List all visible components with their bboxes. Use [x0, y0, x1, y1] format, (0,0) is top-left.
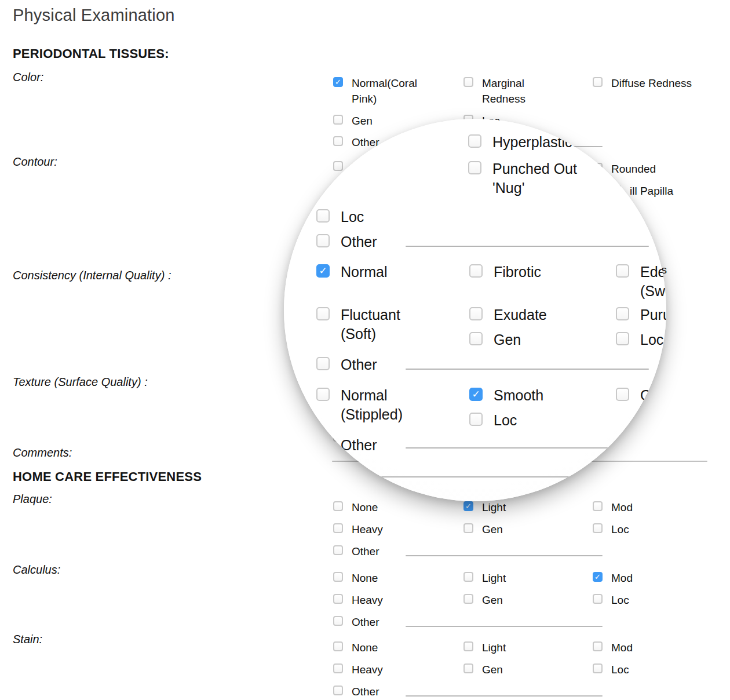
lens-checkbox-consistency-edematous[interactable] [616, 264, 629, 278]
checkbox-calculus-gen[interactable] [463, 594, 473, 604]
lens-consistency-option-exudate: Exudate [469, 305, 547, 325]
lens-comments-input[interactable] [330, 476, 591, 477]
lens-consistency-normal-label[interactable]: Normal [341, 262, 388, 282]
lens-texture-other-label[interactable]: Other [341, 436, 377, 455]
contour-rounded-label[interactable]: Rounded [611, 161, 656, 177]
checkbox-color-gen[interactable] [333, 115, 343, 125]
lens-checkbox-contour-hyperplastic[interactable] [468, 134, 481, 148]
lens-checkbox-consistency-other[interactable] [316, 357, 330, 370]
plaque-mod-label[interactable]: Mod [611, 500, 633, 515]
lens-checkbox-consistency-fibrotic[interactable] [469, 264, 483, 278]
checkbox-plaque-loc[interactable] [593, 523, 603, 533]
calculus-none-label[interactable]: None [352, 570, 378, 586]
stain-gen-label[interactable]: Gen [482, 662, 503, 677]
checkbox-stain-light[interactable] [463, 641, 473, 651]
stain-other-label[interactable]: Other [352, 684, 379, 699]
lens-consistency-other-label[interactable]: Other [341, 355, 377, 374]
checkbox-color-marginal[interactable] [463, 77, 473, 87]
calculus-heavy-label[interactable]: Heavy [352, 592, 383, 608]
checkbox-stain-none[interactable] [333, 641, 343, 651]
checkbox-color-diffuse[interactable] [593, 77, 603, 87]
plaque-gen-label[interactable]: Gen [482, 522, 503, 537]
plaque-loc-label[interactable]: Loc [611, 522, 629, 537]
color-diffuse-label[interactable]: Diffuse Redness [611, 75, 692, 91]
stain-none-label[interactable]: None [352, 640, 378, 655]
lens-consistency-gen-label[interactable]: Gen [494, 330, 521, 349]
stain-heavy-label[interactable]: Heavy [352, 662, 383, 677]
lens-checkbox-texture-gen[interactable] [616, 388, 629, 401]
checkbox-plaque-heavy[interactable] [333, 523, 343, 533]
lens-checkbox-consistency-purulence[interactable] [616, 307, 629, 320]
plaque-light-label[interactable]: Light [482, 500, 506, 515]
checkbox-calculus-light[interactable] [463, 572, 473, 582]
checkbox-stain-heavy[interactable] [333, 663, 343, 673]
calculus-other-label[interactable]: Other [352, 614, 379, 630]
checkbox-plaque-none[interactable] [333, 501, 343, 511]
lens-texture-other-input[interactable] [406, 447, 649, 449]
lens-texture-gen-label[interactable]: Gen [640, 386, 666, 405]
checkbox-contour-blunted[interactable] [333, 161, 343, 171]
calculus-loc-label[interactable]: Loc [611, 592, 629, 608]
lens-contour-option-hyperplastic: Hyperplastic [468, 133, 572, 152]
lens-checkbox-texture-normal[interactable] [316, 388, 330, 401]
color-option-normal: Normal(Coral Pink) [333, 75, 434, 107]
lens-checkbox-contour-other[interactable] [316, 234, 330, 247]
checkbox-plaque-other[interactable] [333, 545, 343, 555]
lens-contour-loc-label[interactable]: Loc [341, 207, 364, 227]
lens-checkbox-texture-loc[interactable] [469, 413, 483, 426]
plaque-other-input[interactable] [406, 555, 603, 556]
lens-checkbox-texture-other[interactable] [316, 437, 330, 451]
lens-consistency-purulence-label[interactable]: Purulence [640, 305, 666, 325]
lens-checkbox-consistency-loc[interactable] [616, 332, 629, 345]
lens-checkbox-texture-smooth[interactable] [469, 388, 483, 401]
color-gen-label[interactable]: Gen [352, 113, 373, 129]
lens-consistency-other-input[interactable] [406, 369, 649, 370]
plaque-other-label[interactable]: Other [352, 544, 379, 559]
color-normal-label[interactable]: Normal(Coral Pink) [352, 75, 434, 107]
checkbox-plaque-light[interactable] [463, 501, 473, 511]
lens-contour-other-input[interactable] [406, 246, 649, 247]
checkbox-color-other[interactable] [333, 136, 343, 146]
stain-mod-label[interactable]: Mod [611, 640, 633, 655]
lens-contour-punched-label[interactable]: Punched Out 'Nug' [492, 159, 605, 198]
lens-checkbox-consistency-normal[interactable] [316, 264, 330, 278]
checkbox-stain-loc[interactable] [593, 663, 603, 673]
checkbox-stain-other[interactable] [333, 686, 343, 695]
lens-checkbox-consistency-gen[interactable] [469, 332, 483, 345]
checkbox-plaque-mod[interactable] [593, 501, 603, 511]
checkbox-calculus-loc[interactable] [593, 594, 603, 604]
lens-texture-normal-label[interactable]: Normal (Stippled) [341, 386, 433, 424]
lens-contour-other-label[interactable]: Other [341, 232, 377, 251]
checkbox-calculus-mod[interactable] [593, 572, 603, 582]
checkbox-color-normal[interactable] [333, 77, 343, 87]
lens-consistency-fibrotic-label[interactable]: Fibrotic [494, 262, 541, 282]
lens-consistency-option-gen: Gen [469, 330, 521, 349]
checkbox-plaque-gen[interactable] [463, 523, 473, 533]
lens-checkbox-consistency-fluctuant[interactable] [316, 307, 330, 320]
checkbox-stain-mod[interactable] [593, 641, 603, 651]
stain-other-input[interactable] [406, 695, 603, 697]
lens-consistency-fluctuant-label[interactable]: Fluctuant (Soft) [341, 305, 428, 344]
lens-checkbox-contour-loc[interactable] [316, 209, 330, 223]
checkbox-calculus-other[interactable] [333, 616, 343, 626]
calculus-mod-label[interactable]: Mod [611, 570, 633, 586]
lens-consistency-loc-label[interactable]: Loc [640, 330, 663, 349]
calculus-gen-label[interactable]: Gen [482, 592, 503, 608]
lens-checkbox-contour-punched[interactable] [468, 161, 481, 174]
checkbox-stain-gen[interactable] [463, 663, 473, 673]
checkbox-calculus-heavy[interactable] [333, 594, 343, 604]
lens-texture-loc-label[interactable]: Loc [494, 411, 517, 430]
calculus-light-label[interactable]: Light [482, 570, 506, 586]
stain-loc-label[interactable]: Loc [611, 662, 629, 677]
checkbox-calculus-none[interactable] [333, 572, 343, 582]
lens-checkbox-consistency-exudate[interactable] [469, 307, 483, 320]
lens-texture-smooth-label[interactable]: Smooth [494, 386, 543, 405]
stain-light-label[interactable]: Light [482, 640, 506, 655]
contour-papilla-label[interactable]: ill Papilla [630, 183, 673, 199]
color-marginal-label[interactable]: Marginal Redness [482, 75, 564, 107]
plaque-heavy-label[interactable]: Heavy [352, 522, 383, 537]
plaque-none-label[interactable]: None [352, 500, 378, 515]
lens-contour-hyperplastic-label[interactable]: Hyperplastic [492, 133, 572, 152]
lens-consistency-exudate-label[interactable]: Exudate [494, 305, 547, 325]
calculus-other-input[interactable] [406, 626, 603, 627]
